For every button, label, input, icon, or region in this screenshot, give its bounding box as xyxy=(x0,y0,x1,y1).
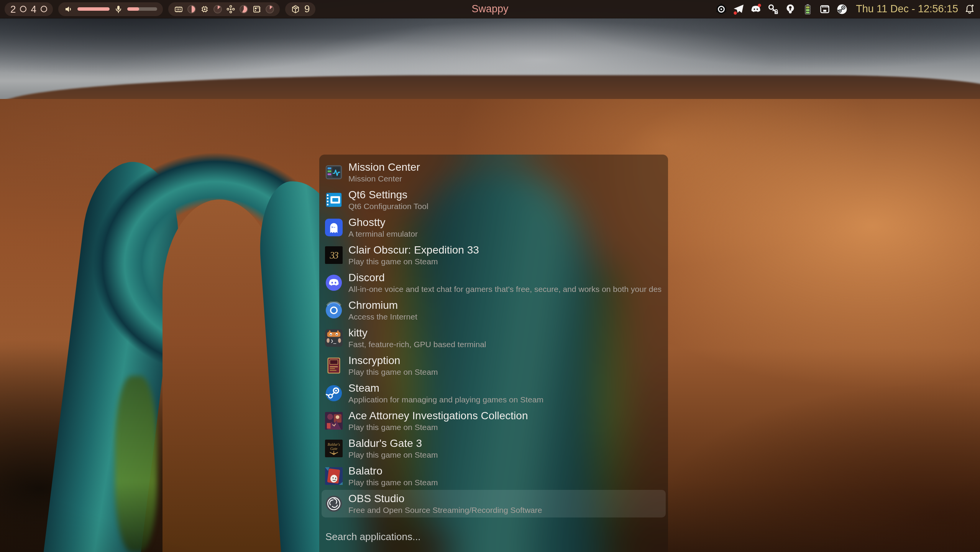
package-icon xyxy=(291,5,300,14)
microphone-icon[interactable] xyxy=(114,5,123,14)
volume-slider[interactable] xyxy=(77,7,110,11)
battery-tray-icon[interactable] xyxy=(802,3,813,15)
app-title: Inscryption xyxy=(348,354,438,367)
app-row[interactable]: Mission Center Mission Center xyxy=(322,158,666,186)
baldurs-gate-3-icon: Baldur'sGate xyxy=(325,440,343,457)
workspace-circle-indicator[interactable] xyxy=(20,6,26,12)
obs-studio-icon xyxy=(325,495,343,512)
app-description: Access the Internet xyxy=(348,312,417,321)
app-title: Ghostty xyxy=(348,216,418,229)
app-row[interactable]: OBS Studio Free and Open Source Streamin… xyxy=(322,490,666,517)
memory-icon xyxy=(174,5,183,14)
steelseries-tray-icon[interactable] xyxy=(716,3,727,15)
svg-text:>-: >- xyxy=(331,225,336,229)
steam-app-icon xyxy=(325,384,343,402)
keepassxc-tray-icon[interactable] xyxy=(767,3,779,15)
cpu-icon xyxy=(200,5,209,14)
app-description: A terminal emulator xyxy=(348,229,418,239)
svg-text:33: 33 xyxy=(329,250,338,260)
topbar-right-modules: Thu 11 Dec - 12:56:15 xyxy=(716,3,980,15)
workspace-number[interactable]: 4 xyxy=(31,4,36,14)
app-row[interactable]: >- Ghostty A terminal emulator xyxy=(322,214,666,241)
workspace-circle-indicator[interactable] xyxy=(41,6,47,12)
app-title: Qt6 Settings xyxy=(348,189,428,201)
app-description: Qt6 Configuration Tool xyxy=(348,201,428,211)
svg-text:Baldur's: Baldur's xyxy=(328,442,340,447)
app-description: Play this game on Steam xyxy=(348,450,438,460)
app-title: OBS Studio xyxy=(348,493,542,505)
motherboard-icon xyxy=(252,5,261,14)
app-title: Ace Attorney Investigations Collection xyxy=(348,410,528,422)
app-description: Play this game on Steam xyxy=(348,367,438,377)
workspace-number[interactable]: 2 xyxy=(10,4,16,14)
topbar-left-modules: 24 9 xyxy=(0,2,315,16)
updates-count: 9 xyxy=(304,3,310,15)
ghostty-icon: >- xyxy=(325,219,343,236)
app-row[interactable]: ❯_ kitty Fast, feature-rich, GPU based t… xyxy=(322,324,666,352)
clair-obscur-icon: 33 xyxy=(325,246,343,264)
steam-tray-icon[interactable] xyxy=(836,3,848,15)
svg-text:❯_: ❯_ xyxy=(330,338,336,344)
app-list: Mission Center Mission Center Qt6 Settin… xyxy=(319,155,668,517)
app-title: Chromium xyxy=(348,299,417,311)
app-title: Steam xyxy=(348,382,543,394)
qt6-settings-icon xyxy=(325,191,343,209)
keyring-tray-icon[interactable] xyxy=(785,3,796,15)
app-row[interactable]: Balatro Play this game on Steam xyxy=(322,462,666,490)
discord-icon xyxy=(325,274,343,292)
usage-gauge xyxy=(213,5,222,13)
app-description: Application for managing and playing gam… xyxy=(348,395,543,404)
app-row[interactable]: Baldur'sGate Baldur's Gate 3 Play this g… xyxy=(322,435,666,462)
app-row[interactable]: Qt6 Settings Qt6 Configuration Tool xyxy=(322,186,666,214)
usage-gauge xyxy=(266,5,274,13)
notifications-bell-icon[interactable] xyxy=(964,3,975,15)
app-row[interactable]: Ace Attorney Investigations Collection P… xyxy=(322,407,666,435)
app-description: Fast, feature-rich, GPU based terminal xyxy=(348,339,486,349)
audio-pill xyxy=(58,2,163,16)
telegram-tray-icon[interactable] xyxy=(733,3,744,15)
app-row[interactable]: Discord All-in-one voice and text chat f… xyxy=(322,269,666,297)
window-title: Swappy xyxy=(471,3,508,15)
top-bar: 24 9 Swappy xyxy=(0,0,980,18)
mission-center-icon xyxy=(325,163,343,181)
balatro-icon xyxy=(325,467,343,485)
usage-gauge xyxy=(187,5,196,13)
app-description: All-in-one voice and text chat for gamer… xyxy=(348,284,661,294)
kitty-icon: ❯_ xyxy=(325,329,343,347)
app-description: Mission Center xyxy=(348,174,420,183)
discord-tray-icon[interactable] xyxy=(750,3,762,15)
app-description: Play this game on Steam xyxy=(348,422,528,432)
microphone-slider[interactable] xyxy=(127,7,157,11)
app-row[interactable]: 33 Clair Obscur: Expedition 33 Play this… xyxy=(322,241,666,269)
app-title: Discord xyxy=(348,272,661,284)
app-row[interactable]: Inscryption Play this game on Steam xyxy=(322,352,666,379)
app-description: Play this game on Steam xyxy=(348,478,438,487)
chromium-icon xyxy=(325,302,343,319)
clock: Thu 11 Dec - 12:56:15 xyxy=(856,3,958,15)
workspaces-pill[interactable]: 24 xyxy=(5,2,53,16)
app-row[interactable]: Chromium Access the Internet xyxy=(322,297,666,324)
app-row[interactable]: Steam Application for managing and playi… xyxy=(322,379,666,407)
app-title: Baldur's Gate 3 xyxy=(348,437,438,450)
app-title: Mission Center xyxy=(348,161,420,173)
app-launcher: Mission Center Mission Center Qt6 Settin… xyxy=(319,155,668,552)
ethernet-tray-icon[interactable] xyxy=(819,3,831,15)
usage-gauge xyxy=(240,5,248,13)
app-description: Free and Open Source Streaming/Recording… xyxy=(348,505,542,515)
inscryption-icon xyxy=(325,357,343,374)
ace-attorney-icon xyxy=(325,412,343,430)
app-title: Clair Obscur: Expedition 33 xyxy=(348,244,479,256)
svg-text:Gate: Gate xyxy=(330,447,338,451)
search-bar[interactable]: Search applications... xyxy=(319,531,668,552)
search-input[interactable]: Search applications... xyxy=(325,531,662,543)
app-title: Balatro xyxy=(348,465,438,477)
volume-icon[interactable] xyxy=(64,5,73,14)
app-description: Play this game on Steam xyxy=(348,257,479,266)
updates-pill[interactable]: 9 xyxy=(285,2,315,16)
app-title: kitty xyxy=(348,327,486,339)
gpu-icon xyxy=(226,5,235,14)
system-monitor-pill[interactable] xyxy=(168,2,280,16)
